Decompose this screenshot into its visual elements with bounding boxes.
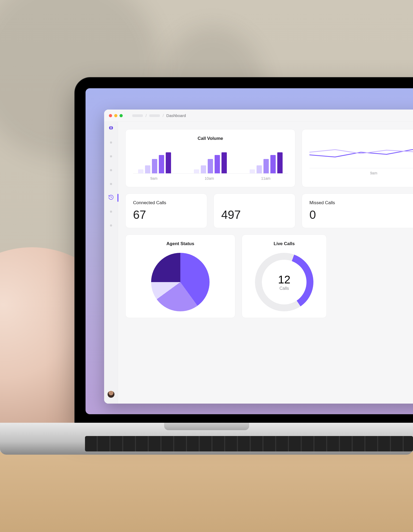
window-titlebar: / / Dashboard — [104, 110, 413, 122]
card-agent-status: Agent Status — [125, 234, 235, 318]
bar — [194, 169, 199, 173]
tick-label: 10am — [205, 176, 214, 181]
breadcrumb-current: Dashboard — [166, 113, 186, 118]
dashboard-main: Call Volume — [118, 122, 413, 404]
app-window: / / Dashboard — [104, 110, 413, 404]
line-chart-labels: 9am — [309, 171, 413, 175]
bar — [222, 152, 227, 173]
bar-group — [138, 147, 171, 173]
card-call-volume: Call Volume — [125, 129, 295, 187]
card-title: Agent Status — [133, 241, 228, 246]
bar-chart-labels: 9am 10am 11am — [133, 176, 288, 181]
stat-value: 0 — [309, 208, 413, 221]
breadcrumb: / / Dashboard — [132, 113, 186, 118]
breadcrumb-segment[interactable] — [149, 114, 160, 117]
stat-label — [221, 200, 288, 206]
stat-label: Connected Calls — [133, 200, 199, 206]
close-icon[interactable] — [109, 114, 112, 117]
stat-row: Connected Calls 67 497 — [125, 194, 295, 228]
sidebar-item[interactable] — [107, 208, 115, 215]
gauge-chart: 12 Calls — [255, 253, 313, 311]
bar — [152, 159, 157, 173]
history-icon — [108, 194, 114, 201]
card-line-chart: 9am — [302, 129, 413, 187]
bar — [201, 165, 206, 173]
bar — [208, 159, 213, 173]
bar — [138, 169, 143, 173]
sidebar — [104, 122, 118, 404]
stat-label: Missed Calls — [309, 200, 413, 206]
gauge-value: 12 — [278, 273, 291, 286]
stat-value: 67 — [133, 208, 199, 221]
card-missed-calls: Missed Calls 0 — [302, 194, 413, 228]
bar — [145, 165, 150, 173]
breadcrumb-segment[interactable] — [132, 114, 143, 117]
tick-label: 9am — [370, 171, 377, 175]
sidebar-item-history[interactable] — [107, 194, 115, 202]
bar-group — [194, 147, 227, 173]
desk-surface — [0, 452, 413, 532]
card-title: Call Volume — [133, 136, 288, 141]
sidebar-item[interactable] — [107, 139, 115, 146]
maximize-icon[interactable] — [120, 114, 123, 117]
bar — [270, 155, 276, 173]
card-live-calls: Live Calls 12 Calls — [242, 234, 327, 318]
laptop-notch — [164, 423, 249, 430]
tick-label: 11am — [261, 176, 270, 181]
gauge-unit: Calls — [279, 286, 289, 291]
laptop-frame: / / Dashboard — [74, 77, 413, 425]
bar — [250, 169, 255, 173]
sidebar-item[interactable] — [107, 180, 115, 188]
bar — [277, 152, 283, 173]
minimize-icon[interactable] — [114, 114, 117, 117]
traffic-lights — [109, 114, 123, 117]
card-title: Live Calls — [249, 241, 319, 246]
laptop-screen: / / Dashboard — [86, 88, 413, 414]
bar-chart — [133, 147, 288, 174]
sidebar-item[interactable] — [107, 222, 115, 229]
bar — [215, 155, 220, 173]
breadcrumb-separator: / — [146, 113, 147, 118]
tick-label: 9am — [150, 176, 157, 181]
bar — [159, 155, 164, 173]
bar-group — [250, 147, 283, 173]
sidebar-item[interactable] — [107, 153, 115, 160]
bar — [257, 165, 262, 173]
line-chart — [309, 142, 413, 168]
card-connected-calls: Connected Calls 67 — [125, 194, 207, 228]
stat-value: 497 — [221, 208, 288, 221]
bar — [263, 159, 269, 173]
sidebar-item[interactable] — [107, 166, 115, 174]
bar — [166, 152, 171, 173]
avatar[interactable] — [107, 390, 115, 398]
keyboard — [85, 436, 413, 451]
breadcrumb-separator: / — [163, 113, 164, 118]
card-stat-2: 497 — [214, 194, 295, 228]
app-logo-icon[interactable] — [108, 125, 114, 132]
pie-chart — [151, 253, 210, 311]
